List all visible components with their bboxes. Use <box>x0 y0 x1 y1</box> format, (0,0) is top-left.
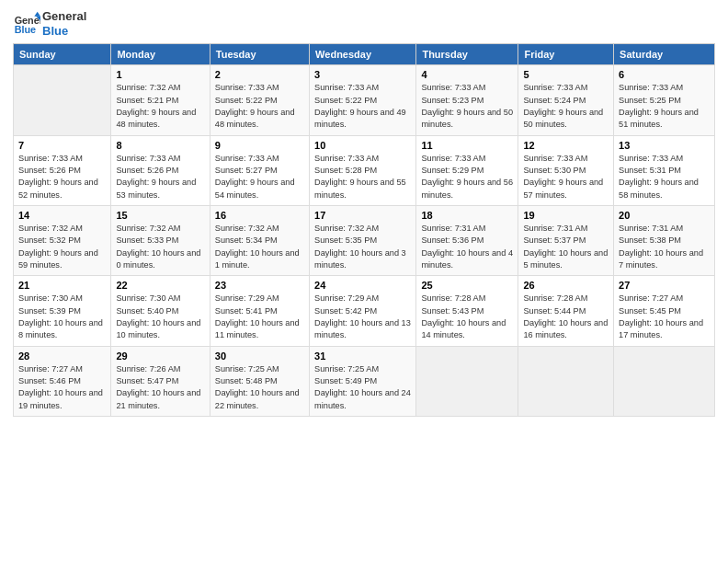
calendar-cell: 5Sunrise: 7:33 AMSunset: 5:24 PMDaylight… <box>518 65 614 135</box>
calendar-cell: 8Sunrise: 7:33 AMSunset: 5:26 PMDaylight… <box>111 135 210 205</box>
day-number: 24 <box>314 280 411 291</box>
calendar-cell: 30Sunrise: 7:25 AMSunset: 5:48 PMDayligh… <box>210 346 309 416</box>
day-number: 26 <box>523 280 609 291</box>
day-info: Sunrise: 7:32 AMSunset: 5:35 PMDaylight:… <box>314 223 411 271</box>
svg-text:Blue: Blue <box>15 24 36 35</box>
day-info: Sunrise: 7:33 AMSunset: 5:29 PMDaylight:… <box>421 153 513 201</box>
day-number: 18 <box>421 210 513 221</box>
day-info: Sunrise: 7:32 AMSunset: 5:21 PMDaylight:… <box>116 82 204 131</box>
day-info: Sunrise: 7:26 AMSunset: 5:47 PMDaylight:… <box>116 363 204 412</box>
day-number: 30 <box>215 350 304 362</box>
day-info: Sunrise: 7:33 AMSunset: 5:30 PMDaylight:… <box>523 153 609 201</box>
day-number: 15 <box>116 210 204 221</box>
day-info: Sunrise: 7:31 AMSunset: 5:36 PMDaylight:… <box>421 223 513 271</box>
day-number: 8 <box>116 140 204 151</box>
calendar-week-3: 14Sunrise: 7:32 AMSunset: 5:32 PMDayligh… <box>14 205 715 275</box>
calendar-header-row: SundayMondayTuesdayWednesdayThursdayFrid… <box>14 44 715 65</box>
col-header-friday: Friday <box>518 44 614 65</box>
day-info: Sunrise: 7:33 AMSunset: 5:22 PMDaylight:… <box>314 82 411 131</box>
day-info: Sunrise: 7:33 AMSunset: 5:26 PMDaylight:… <box>18 153 106 201</box>
day-number: 13 <box>619 140 710 151</box>
day-info: Sunrise: 7:29 AMSunset: 5:42 PMDaylight:… <box>314 293 411 341</box>
calendar-cell: 31Sunrise: 7:25 AMSunset: 5:49 PMDayligh… <box>310 346 416 416</box>
calendar-week-1: 1Sunrise: 7:32 AMSunset: 5:21 PMDaylight… <box>14 65 715 135</box>
day-number: 27 <box>619 280 710 291</box>
day-number: 1 <box>116 69 204 80</box>
day-number: 2 <box>215 69 304 80</box>
calendar-table: SundayMondayTuesdayWednesdayThursdayFrid… <box>13 43 715 417</box>
calendar-cell: 20Sunrise: 7:31 AMSunset: 5:38 PMDayligh… <box>614 205 715 275</box>
day-number: 19 <box>523 210 609 221</box>
day-info: Sunrise: 7:25 AMSunset: 5:48 PMDaylight:… <box>215 363 304 412</box>
logo: General Blue General Blue <box>13 9 86 38</box>
calendar-cell: 2Sunrise: 7:33 AMSunset: 5:22 PMDaylight… <box>210 65 309 135</box>
day-number: 22 <box>116 280 204 291</box>
col-header-saturday: Saturday <box>614 44 715 65</box>
calendar-cell: 17Sunrise: 7:32 AMSunset: 5:35 PMDayligh… <box>310 205 416 275</box>
svg-marker-2 <box>34 11 40 16</box>
calendar-cell: 3Sunrise: 7:33 AMSunset: 5:22 PMDaylight… <box>310 65 416 135</box>
logo-icon: General Blue <box>13 10 40 38</box>
calendar-cell: 13Sunrise: 7:33 AMSunset: 5:31 PMDayligh… <box>614 135 715 205</box>
day-number: 17 <box>314 210 411 221</box>
calendar-cell: 19Sunrise: 7:31 AMSunset: 5:37 PMDayligh… <box>518 205 614 275</box>
calendar-cell: 18Sunrise: 7:31 AMSunset: 5:36 PMDayligh… <box>416 205 518 275</box>
day-number: 14 <box>18 210 106 221</box>
calendar-cell: 21Sunrise: 7:30 AMSunset: 5:39 PMDayligh… <box>14 276 111 346</box>
calendar-cell <box>518 346 614 416</box>
col-header-sunday: Sunday <box>14 44 111 65</box>
day-info: Sunrise: 7:33 AMSunset: 5:28 PMDaylight:… <box>314 153 411 201</box>
day-info: Sunrise: 7:32 AMSunset: 5:32 PMDaylight:… <box>18 223 106 271</box>
day-number: 25 <box>421 280 513 291</box>
day-number: 28 <box>18 350 106 362</box>
day-number: 11 <box>421 140 513 151</box>
calendar-cell: 14Sunrise: 7:32 AMSunset: 5:32 PMDayligh… <box>14 205 111 275</box>
calendar-cell: 10Sunrise: 7:33 AMSunset: 5:28 PMDayligh… <box>310 135 416 205</box>
day-info: Sunrise: 7:32 AMSunset: 5:34 PMDaylight:… <box>215 223 304 271</box>
day-number: 21 <box>18 280 106 291</box>
col-header-thursday: Thursday <box>416 44 518 65</box>
day-number: 6 <box>619 69 710 80</box>
day-info: Sunrise: 7:27 AMSunset: 5:45 PMDaylight:… <box>619 293 710 341</box>
calendar-week-2: 7Sunrise: 7:33 AMSunset: 5:26 PMDaylight… <box>14 135 715 205</box>
day-info: Sunrise: 7:33 AMSunset: 5:24 PMDaylight:… <box>523 82 609 131</box>
calendar-cell: 11Sunrise: 7:33 AMSunset: 5:29 PMDayligh… <box>416 135 518 205</box>
calendar-cell <box>416 346 518 416</box>
day-number: 10 <box>314 140 411 151</box>
day-number: 3 <box>314 69 411 80</box>
day-info: Sunrise: 7:32 AMSunset: 5:33 PMDaylight:… <box>116 223 204 271</box>
day-number: 20 <box>619 210 710 221</box>
day-info: Sunrise: 7:27 AMSunset: 5:46 PMDaylight:… <box>18 363 106 412</box>
calendar-cell: 4Sunrise: 7:33 AMSunset: 5:23 PMDaylight… <box>416 65 518 135</box>
day-info: Sunrise: 7:29 AMSunset: 5:41 PMDaylight:… <box>215 293 304 341</box>
day-info: Sunrise: 7:25 AMSunset: 5:49 PMDaylight:… <box>314 363 411 412</box>
day-info: Sunrise: 7:33 AMSunset: 5:27 PMDaylight:… <box>215 153 304 201</box>
calendar-cell: 15Sunrise: 7:32 AMSunset: 5:33 PMDayligh… <box>111 205 210 275</box>
day-number: 31 <box>314 350 411 362</box>
col-header-tuesday: Tuesday <box>210 44 309 65</box>
calendar-cell: 22Sunrise: 7:30 AMSunset: 5:40 PMDayligh… <box>111 276 210 346</box>
calendar-cell <box>14 65 111 135</box>
day-info: Sunrise: 7:33 AMSunset: 5:23 PMDaylight:… <box>421 82 513 131</box>
main-container: General Blue General Blue SundayMondayTu… <box>0 0 728 424</box>
day-number: 7 <box>18 140 106 151</box>
day-info: Sunrise: 7:31 AMSunset: 5:37 PMDaylight:… <box>523 223 609 271</box>
day-number: 23 <box>215 280 304 291</box>
calendar-cell: 16Sunrise: 7:32 AMSunset: 5:34 PMDayligh… <box>210 205 309 275</box>
calendar-cell: 23Sunrise: 7:29 AMSunset: 5:41 PMDayligh… <box>210 276 309 346</box>
calendar-week-5: 28Sunrise: 7:27 AMSunset: 5:46 PMDayligh… <box>14 346 715 416</box>
day-info: Sunrise: 7:30 AMSunset: 5:40 PMDaylight:… <box>116 293 204 341</box>
calendar-cell: 9Sunrise: 7:33 AMSunset: 5:27 PMDaylight… <box>210 135 309 205</box>
day-number: 4 <box>421 69 513 80</box>
calendar-cell: 29Sunrise: 7:26 AMSunset: 5:47 PMDayligh… <box>111 346 210 416</box>
calendar-cell: 25Sunrise: 7:28 AMSunset: 5:43 PMDayligh… <box>416 276 518 346</box>
calendar-cell: 7Sunrise: 7:33 AMSunset: 5:26 PMDaylight… <box>14 135 111 205</box>
calendar-cell: 26Sunrise: 7:28 AMSunset: 5:44 PMDayligh… <box>518 276 614 346</box>
day-number: 5 <box>523 69 609 80</box>
day-info: Sunrise: 7:28 AMSunset: 5:43 PMDaylight:… <box>421 293 513 341</box>
day-info: Sunrise: 7:33 AMSunset: 5:31 PMDaylight:… <box>619 153 710 201</box>
calendar-cell: 6Sunrise: 7:33 AMSunset: 5:25 PMDaylight… <box>614 65 715 135</box>
calendar-cell: 12Sunrise: 7:33 AMSunset: 5:30 PMDayligh… <box>518 135 614 205</box>
day-info: Sunrise: 7:28 AMSunset: 5:44 PMDaylight:… <box>523 293 609 341</box>
calendar-cell: 28Sunrise: 7:27 AMSunset: 5:46 PMDayligh… <box>14 346 111 416</box>
